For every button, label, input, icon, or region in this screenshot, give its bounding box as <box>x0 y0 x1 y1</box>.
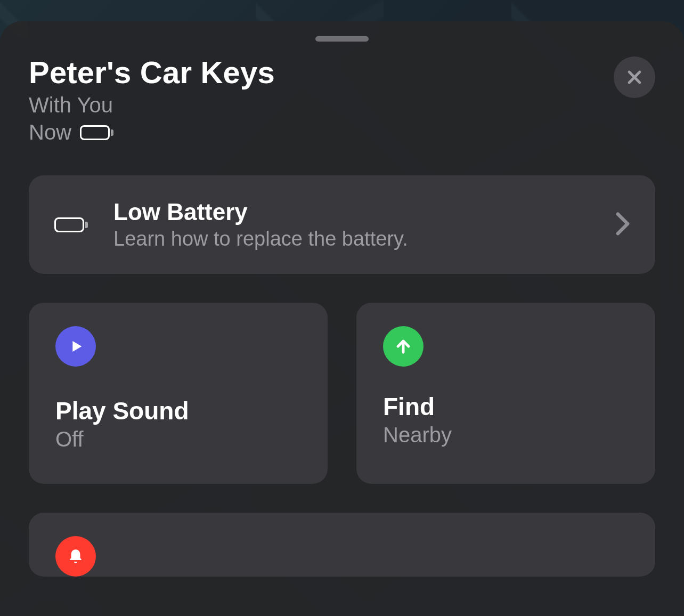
item-status: With You <box>29 93 275 117</box>
play-sound-status: Off <box>55 427 301 451</box>
close-icon <box>625 68 644 86</box>
arrow-up-icon <box>383 326 424 367</box>
find-status: Nearby <box>383 423 629 447</box>
battery-low-icon <box>80 125 113 140</box>
sheet-grabber[interactable] <box>315 36 369 42</box>
banner-title: Low Battery <box>113 199 590 225</box>
play-sound-button[interactable]: Play Sound Off <box>29 303 328 484</box>
header: Peter's Car Keys With You Now <box>29 54 655 144</box>
bell-icon <box>55 536 96 577</box>
play-sound-title: Play Sound <box>55 396 301 425</box>
chevron-right-icon <box>616 212 630 238</box>
item-time: Now <box>29 120 71 144</box>
battery-low-icon <box>54 217 88 232</box>
item-title: Peter's Car Keys <box>29 54 275 90</box>
banner-subtitle: Learn how to replace the battery. <box>113 228 590 250</box>
low-battery-banner[interactable]: Low Battery Learn how to replace the bat… <box>29 175 655 274</box>
close-button[interactable] <box>614 56 655 98</box>
play-icon <box>55 326 96 367</box>
find-title: Find <box>383 392 629 421</box>
item-detail-sheet: Peter's Car Keys With You Now Low Batter… <box>0 21 684 616</box>
notifications-card[interactable] <box>29 513 655 577</box>
find-button[interactable]: Find Nearby <box>356 303 655 484</box>
